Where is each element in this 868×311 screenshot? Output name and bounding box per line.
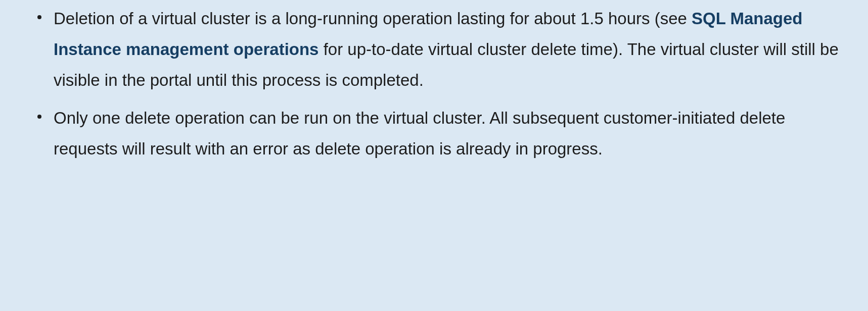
bullet-text-pre: Deletion of a virtual cluster is a long-… — [54, 9, 692, 28]
list-item: Only one delete operation can be run on … — [30, 102, 843, 164]
bullet-text: Only one delete operation can be run on … — [54, 109, 785, 158]
note-list: Deletion of a virtual cluster is a long-… — [30, 3, 843, 164]
list-item: Deletion of a virtual cluster is a long-… — [30, 3, 843, 95]
